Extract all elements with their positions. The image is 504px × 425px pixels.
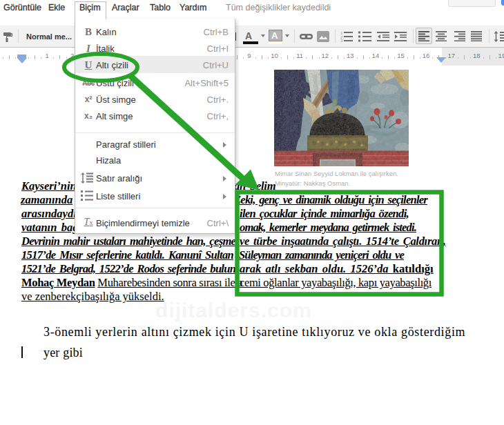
svg-text:3: 3 [340,39,343,42]
